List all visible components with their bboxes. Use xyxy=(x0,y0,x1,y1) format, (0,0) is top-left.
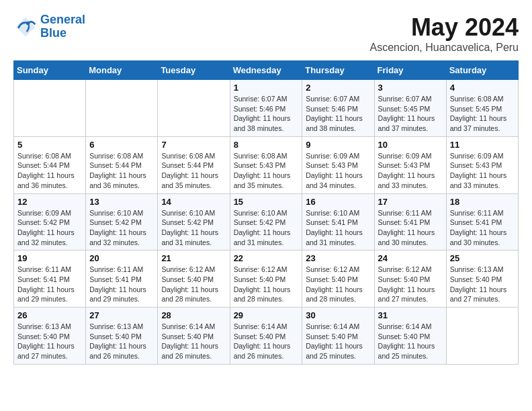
column-header-thursday: Thursday xyxy=(302,61,374,80)
calendar-cell xyxy=(158,80,230,137)
column-header-tuesday: Tuesday xyxy=(158,61,230,80)
day-number: 4 xyxy=(450,83,515,93)
day-info: Sunrise: 6:13 AMSunset: 5:40 PMDaylight:… xyxy=(89,322,154,361)
day-number: 16 xyxy=(306,197,370,207)
day-info: Sunrise: 6:13 AMSunset: 5:40 PMDaylight:… xyxy=(450,265,515,304)
calendar-cell: 14Sunrise: 6:10 AMSunset: 5:42 PMDayligh… xyxy=(158,193,230,250)
day-info: Sunrise: 6:10 AMSunset: 5:41 PMDaylight:… xyxy=(306,208,370,248)
calendar-cell: 3Sunrise: 6:07 AMSunset: 5:45 PMDaylight… xyxy=(374,80,446,137)
day-info: Sunrise: 6:11 AMSunset: 5:41 PMDaylight:… xyxy=(450,208,515,248)
day-number: 23 xyxy=(306,253,370,263)
calendar-cell: 6Sunrise: 6:08 AMSunset: 5:44 PMDaylight… xyxy=(86,136,158,193)
logo-icon xyxy=(13,15,38,39)
day-number: 28 xyxy=(161,310,226,320)
day-info: Sunrise: 6:07 AMSunset: 5:45 PMDaylight:… xyxy=(378,94,443,134)
day-number: 25 xyxy=(450,253,515,263)
logo-line1: General xyxy=(40,13,85,26)
day-info: Sunrise: 6:08 AMSunset: 5:45 PMDaylight:… xyxy=(450,94,515,134)
day-number: 22 xyxy=(234,253,299,263)
day-info: Sunrise: 6:14 AMSunset: 5:40 PMDaylight:… xyxy=(161,322,226,361)
day-number: 29 xyxy=(234,310,299,320)
day-number: 6 xyxy=(89,140,154,150)
calendar-cell xyxy=(86,80,158,137)
title-block: May 2024 Ascencion, Huancavelica, Peru xyxy=(370,13,519,54)
day-info: Sunrise: 6:14 AMSunset: 5:40 PMDaylight:… xyxy=(234,322,299,361)
day-number: 21 xyxy=(161,253,226,263)
calendar-cell: 12Sunrise: 6:09 AMSunset: 5:42 PMDayligh… xyxy=(14,193,86,250)
column-header-monday: Monday xyxy=(86,61,158,80)
location: Ascencion, Huancavelica, Peru xyxy=(370,42,519,54)
svg-point-1 xyxy=(26,21,30,25)
day-number: 17 xyxy=(378,197,443,207)
day-number: 19 xyxy=(17,253,82,263)
day-info: Sunrise: 6:12 AMSunset: 5:40 PMDaylight:… xyxy=(161,265,226,304)
day-number: 24 xyxy=(378,253,443,263)
calendar-cell: 8Sunrise: 6:08 AMSunset: 5:43 PMDaylight… xyxy=(230,136,302,193)
day-info: Sunrise: 6:11 AMSunset: 5:41 PMDaylight:… xyxy=(89,265,154,304)
day-number: 10 xyxy=(378,140,443,150)
day-info: Sunrise: 6:07 AMSunset: 5:46 PMDaylight:… xyxy=(306,94,370,134)
calendar-cell: 29Sunrise: 6:14 AMSunset: 5:40 PMDayligh… xyxy=(230,308,302,365)
column-header-saturday: Saturday xyxy=(446,61,518,80)
day-number: 11 xyxy=(450,140,515,150)
logo-text: General Blue xyxy=(40,13,85,40)
week-row-3: 12Sunrise: 6:09 AMSunset: 5:42 PMDayligh… xyxy=(14,193,519,250)
calendar-cell xyxy=(14,80,86,137)
day-info: Sunrise: 6:11 AMSunset: 5:41 PMDaylight:… xyxy=(17,265,82,304)
week-row-1: 1Sunrise: 6:07 AMSunset: 5:46 PMDaylight… xyxy=(14,80,519,137)
day-number: 12 xyxy=(17,197,82,207)
day-info: Sunrise: 6:14 AMSunset: 5:40 PMDaylight:… xyxy=(378,322,443,361)
day-number: 1 xyxy=(234,83,299,93)
day-info: Sunrise: 6:09 AMSunset: 5:43 PMDaylight:… xyxy=(450,151,515,191)
day-number: 9 xyxy=(306,140,370,150)
calendar-cell: 27Sunrise: 6:13 AMSunset: 5:40 PMDayligh… xyxy=(86,308,158,365)
day-number: 14 xyxy=(161,197,226,207)
calendar-cell: 25Sunrise: 6:13 AMSunset: 5:40 PMDayligh… xyxy=(446,250,518,308)
column-header-friday: Friday xyxy=(374,61,446,80)
day-info: Sunrise: 6:10 AMSunset: 5:42 PMDaylight:… xyxy=(234,208,299,248)
calendar-cell xyxy=(446,308,518,365)
day-number: 18 xyxy=(450,197,515,207)
calendar-cell: 26Sunrise: 6:13 AMSunset: 5:40 PMDayligh… xyxy=(14,308,86,365)
day-info: Sunrise: 6:12 AMSunset: 5:40 PMDaylight:… xyxy=(234,265,299,304)
column-header-sunday: Sunday xyxy=(14,61,86,80)
calendar-cell: 23Sunrise: 6:12 AMSunset: 5:40 PMDayligh… xyxy=(302,250,374,308)
calendar-cell: 24Sunrise: 6:12 AMSunset: 5:40 PMDayligh… xyxy=(374,250,446,308)
day-number: 8 xyxy=(234,140,299,150)
calendar-cell: 2Sunrise: 6:07 AMSunset: 5:46 PMDaylight… xyxy=(302,80,374,137)
calendar-cell: 30Sunrise: 6:14 AMSunset: 5:40 PMDayligh… xyxy=(302,308,374,365)
calendar-cell: 5Sunrise: 6:08 AMSunset: 5:44 PMDaylight… xyxy=(14,136,86,193)
page-header: General Blue May 2024 Ascencion, Huancav… xyxy=(13,13,519,54)
calendar-cell: 13Sunrise: 6:10 AMSunset: 5:42 PMDayligh… xyxy=(86,193,158,250)
logo-line2: Blue xyxy=(40,26,66,40)
calendar-cell: 21Sunrise: 6:12 AMSunset: 5:40 PMDayligh… xyxy=(158,250,230,308)
day-info: Sunrise: 6:08 AMSunset: 5:44 PMDaylight:… xyxy=(89,151,154,191)
logo: General Blue xyxy=(13,13,85,40)
day-number: 30 xyxy=(306,310,370,320)
month-title: May 2024 xyxy=(370,13,519,42)
calendar-header-row: SundayMondayTuesdayWednesdayThursdayFrid… xyxy=(14,61,519,80)
calendar-cell: 19Sunrise: 6:11 AMSunset: 5:41 PMDayligh… xyxy=(14,250,86,308)
calendar-cell: 20Sunrise: 6:11 AMSunset: 5:41 PMDayligh… xyxy=(86,250,158,308)
day-number: 7 xyxy=(161,140,226,150)
calendar-cell: 17Sunrise: 6:11 AMSunset: 5:41 PMDayligh… xyxy=(374,193,446,250)
column-header-wednesday: Wednesday xyxy=(230,61,302,80)
day-number: 2 xyxy=(306,83,370,93)
day-number: 15 xyxy=(234,197,299,207)
calendar-cell: 31Sunrise: 6:14 AMSunset: 5:40 PMDayligh… xyxy=(374,308,446,365)
week-row-4: 19Sunrise: 6:11 AMSunset: 5:41 PMDayligh… xyxy=(14,250,519,308)
calendar-cell: 28Sunrise: 6:14 AMSunset: 5:40 PMDayligh… xyxy=(158,308,230,365)
calendar-cell: 4Sunrise: 6:08 AMSunset: 5:45 PMDaylight… xyxy=(446,80,518,137)
calendar-cell: 9Sunrise: 6:09 AMSunset: 5:43 PMDaylight… xyxy=(302,136,374,193)
day-info: Sunrise: 6:08 AMSunset: 5:44 PMDaylight:… xyxy=(17,151,82,191)
day-info: Sunrise: 6:10 AMSunset: 5:42 PMDaylight:… xyxy=(89,208,154,248)
calendar-cell: 22Sunrise: 6:12 AMSunset: 5:40 PMDayligh… xyxy=(230,250,302,308)
day-info: Sunrise: 6:11 AMSunset: 5:41 PMDaylight:… xyxy=(378,208,443,248)
week-row-5: 26Sunrise: 6:13 AMSunset: 5:40 PMDayligh… xyxy=(14,308,519,365)
calendar-table: SundayMondayTuesdayWednesdayThursdayFrid… xyxy=(13,60,519,365)
day-number: 26 xyxy=(17,310,82,320)
calendar-cell: 11Sunrise: 6:09 AMSunset: 5:43 PMDayligh… xyxy=(446,136,518,193)
calendar-cell: 10Sunrise: 6:09 AMSunset: 5:43 PMDayligh… xyxy=(374,136,446,193)
day-info: Sunrise: 6:12 AMSunset: 5:40 PMDaylight:… xyxy=(306,265,370,304)
day-number: 5 xyxy=(17,140,82,150)
